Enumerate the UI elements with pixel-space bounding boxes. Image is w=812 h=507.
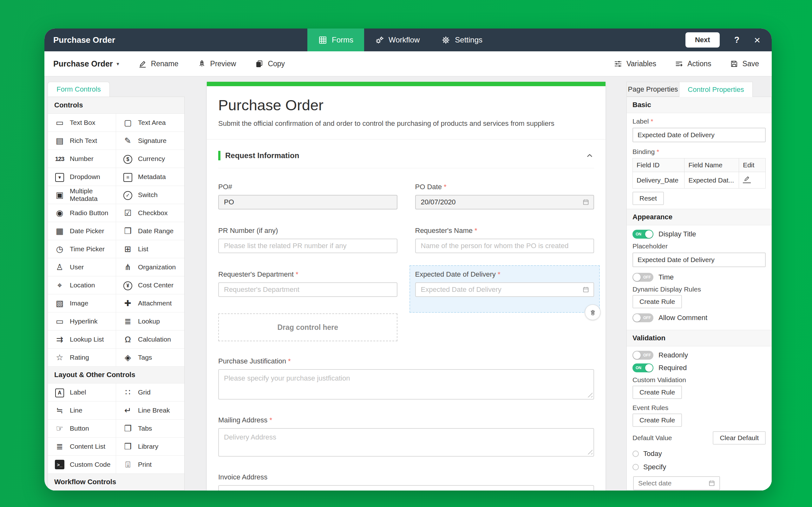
reset-button[interactable]: Reset [632,192,664,205]
control-item-label: Print [138,461,152,468]
control-item-dropdown[interactable]: ▾Dropdown [48,168,116,186]
control-item-metadata[interactable]: ≡Metadata [116,168,184,186]
tab-control-properties[interactable]: Control Properties [679,82,753,97]
control-item-tags[interactable]: ◈Tags [116,349,184,367]
tab-settings[interactable]: Settings [430,29,493,51]
control-item-date-picker[interactable]: ▦Date Picker [48,222,116,240]
allow-comment-toggle[interactable]: OFF [632,314,653,322]
create-rule-button-events[interactable]: Create Rule [632,413,682,427]
radio-specify[interactable]: Specify [632,463,766,471]
calendar-icon[interactable] [582,199,590,206]
control-item-date-range[interactable]: ❒Date Range [116,222,184,240]
control-item-list[interactable]: ⊞List [116,240,184,258]
control-item-rating[interactable]: ☆Rating [48,349,116,367]
tab-forms[interactable]: Forms [307,29,364,51]
requesters-department-input[interactable] [218,282,397,297]
control-item-tabs[interactable]: ❐Tabs [116,419,184,438]
chevron-up-icon[interactable] [585,151,594,160]
control-item-image[interactable]: ▧Image [48,294,116,313]
calendar-icon[interactable] [708,480,716,487]
control-item-radio-button[interactable]: ◉Radio Button [48,204,116,222]
field-mailing-address[interactable]: Mailing Address [218,416,594,457]
radio-icon[interactable] [632,451,639,457]
select-date-input[interactable] [633,476,720,490]
po-date-input[interactable] [415,195,595,210]
control-item-lookup[interactable]: ≣Lookup [116,313,184,331]
form-name-dropdown[interactable]: Purchase Order ▾ [53,59,119,68]
edit-binding-button[interactable] [743,176,751,183]
control-item-time-picker[interactable]: ◷Time Picker [48,240,116,258]
form-title[interactable]: Purchase Order [218,96,594,114]
field-po-number[interactable]: PO# [218,183,397,210]
control-item-attachment[interactable]: ✚Attachment [116,294,184,313]
control-item-line[interactable]: ≒Line [48,401,116,419]
required-toggle[interactable]: ON [632,363,653,372]
control-item-grid[interactable]: ∷Grid [116,383,184,401]
time-toggle[interactable]: OFF [632,273,653,282]
control-item-currency[interactable]: $Currency [116,150,184,168]
control-item-calculation[interactable]: ΩCalculation [116,331,184,349]
tab-workflow[interactable]: Workflow [364,29,430,51]
save-button[interactable]: Save [730,60,759,68]
control-item-hyperlink[interactable]: ▭Hyperlink [48,313,116,331]
field-purchase-justification[interactable]: Purchase Justification [218,357,594,400]
control-item-print[interactable]: ⍗Print [116,456,184,474]
section-request-information[interactable]: Request Information [218,151,594,168]
label-input[interactable] [632,128,766,142]
radio-today[interactable]: Today [632,450,766,458]
rename-button[interactable]: Rename [138,60,179,68]
field-invoice-address[interactable]: Invoice Address [218,473,594,491]
field-requesters-name[interactable]: Requester's Name [415,227,595,253]
pr-number-input[interactable] [218,239,397,253]
placeholder-input[interactable] [632,252,766,267]
next-button[interactable]: Next [686,32,720,48]
control-item-library[interactable]: ❒Library [116,438,184,456]
control-item-custom-code[interactable]: >_Custom Code [48,456,116,474]
copy-button[interactable]: Copy [255,60,285,68]
display-title-toggle[interactable]: ON [632,230,653,239]
control-item-content-list[interactable]: ≣Content List [48,438,116,456]
drag-control-dropzone[interactable]: Drag control here [218,314,397,341]
control-item-switch[interactable]: ✓Switch [116,186,184,204]
control-item-button[interactable]: ☞Button [48,419,116,438]
control-item-text-area[interactable]: ▢Text Area [116,114,184,132]
po-number-input[interactable] [218,195,397,210]
form-description[interactable]: Submit the official confirmation of and … [218,119,594,128]
control-item-line-break[interactable]: ↵Line Break [116,401,184,419]
control-item-organization[interactable]: ⋔Organization [116,258,184,276]
control-item-lookup-list[interactable]: ⇉Lookup List [48,331,116,349]
radio-icon[interactable] [632,464,639,470]
actions-button[interactable]: Actions [675,60,711,68]
close-icon[interactable]: × [754,35,760,45]
mailing-address-textarea[interactable] [218,428,594,457]
control-item-rich-text[interactable]: ▤Rich Text [48,132,116,150]
create-rule-button-display[interactable]: Create Rule [632,295,682,308]
tab-page-properties[interactable]: Page Properties [626,82,679,97]
invoice-address-textarea[interactable] [218,485,594,491]
tab-form-controls[interactable]: Form Controls [48,82,110,97]
purchase-justification-textarea[interactable] [218,369,594,400]
delete-control-button[interactable] [585,304,600,320]
readonly-toggle[interactable]: OFF [632,351,653,360]
calendar-icon[interactable] [582,286,590,293]
preview-button[interactable]: Preview [198,60,236,68]
control-item-multiple-metadata[interactable]: ▣Multiple Metadata [48,186,116,204]
control-item-location[interactable]: ⌖Location [48,276,116,294]
control-item-label[interactable]: ALabel [48,383,116,401]
control-item-number[interactable]: 123Number [48,150,116,168]
help-icon[interactable]: ? [734,35,740,45]
clear-default-button[interactable]: Clear Default [713,431,766,445]
expected-date-of-delivery-input[interactable] [415,282,595,297]
field-po-date[interactable]: PO Date [415,183,595,210]
control-item-user[interactable]: ♙User [48,258,116,276]
variables-button[interactable]: Variables [614,60,656,68]
control-item-cost-center[interactable]: ¥Cost Center [116,276,184,294]
field-expected-date-of-delivery-selected[interactable]: Expected Date of Delivery [409,265,600,313]
control-item-checkbox[interactable]: ☑Checkbox [116,204,184,222]
field-pr-number[interactable]: PR Number (if any) [218,227,397,253]
create-rule-button-validation[interactable]: Create Rule [632,386,682,399]
field-requesters-department[interactable]: Requester's Department [218,270,397,297]
requesters-name-input[interactable] [415,239,595,253]
control-item-text-box[interactable]: ▭Text Box [48,114,116,132]
control-item-signature[interactable]: ✎Signature [116,132,184,150]
